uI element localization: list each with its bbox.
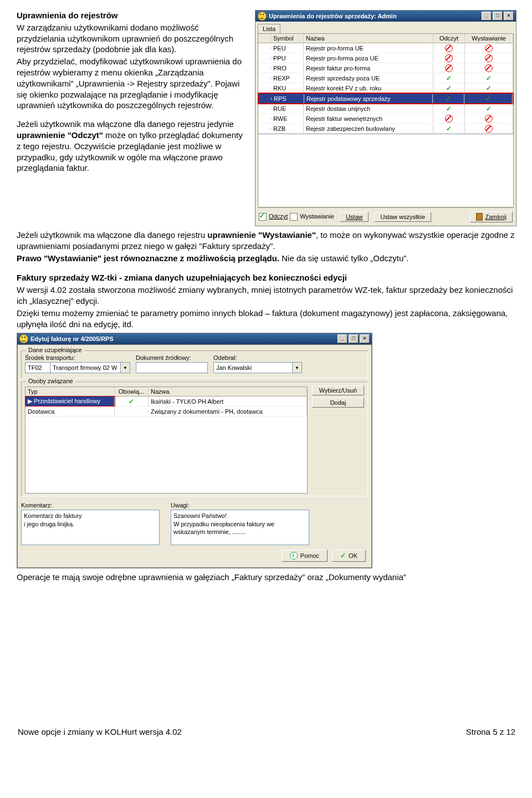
ustaw-wszystkie-button[interactable]: Ustaw wszystkie bbox=[374, 212, 431, 222]
maximize-button[interactable]: □ bbox=[493, 12, 503, 21]
minimize-button[interactable]: _ bbox=[337, 334, 347, 343]
table-row[interactable]: REXPRejestr sprzedaży poza UE✓✓ bbox=[258, 73, 513, 83]
dodaj-button[interactable]: Dodaj bbox=[312, 398, 364, 408]
maximize-button[interactable]: □ bbox=[349, 334, 359, 343]
table-row[interactable]: ▶RPSRejestr podstawowy sprzedaży✓✓ bbox=[258, 93, 513, 104]
page-footer: Nowe opcje i zmiany w KOLHurt wersja 4.0… bbox=[17, 727, 516, 736]
para: Jeżeli użytkownik ma włączone dla danego… bbox=[17, 230, 516, 252]
permissions-window: Uprawnienia do rejestrów sprzedaży: Admi… bbox=[255, 10, 516, 226]
minimize-button[interactable]: _ bbox=[482, 12, 492, 21]
para: Prawo "Wystawianie" jest równoznaczne z … bbox=[17, 253, 516, 264]
wystawianie-checkbox[interactable]: Wystawianie bbox=[290, 213, 334, 221]
wybierz-usun-button[interactable]: Wybierz/Usuń bbox=[312, 385, 364, 395]
close-button[interactable]: × bbox=[360, 334, 370, 343]
srodek-transportu-combo[interactable]: TF02 Transport firmowy 02 W ▼ bbox=[25, 362, 130, 373]
ok-button[interactable]: ✓OK bbox=[332, 550, 366, 562]
para: Dzięki temu możemy zmieniać te parametry… bbox=[17, 308, 516, 330]
dokument-zrodlowy-input[interactable] bbox=[136, 362, 208, 373]
table-row[interactable]: RWERejestr faktur wewnętrznych bbox=[258, 114, 513, 124]
table-row[interactable]: RUERejestr dostaw unijnych✓✓ bbox=[258, 104, 513, 114]
komentarz-textarea[interactable]: Komentarz do fakturyi jego druga linijka… bbox=[21, 510, 160, 545]
info-icon bbox=[290, 552, 298, 560]
edit-invoice-window: Edytuj fakturę nr 4/2005/RPS _ □ × Dane … bbox=[17, 333, 372, 568]
pomoc-button[interactable]: Pomoc bbox=[282, 550, 328, 562]
zamknij-button[interactable]: Zamknij bbox=[470, 211, 513, 222]
uwagi-textarea[interactable]: Szanowni Państwo!W przypadku nieopłaceni… bbox=[171, 510, 309, 545]
registry-grid: Symbol Nazwa Odczyt Wystawianie PEURejes… bbox=[258, 33, 514, 134]
group-osoby: Osoby związane Typ Obowią... Nazwa ▶ Prz… bbox=[21, 382, 368, 496]
heading-wz: Faktury sprzedaży WZ-tki - zmiana danych… bbox=[17, 272, 516, 283]
table-row[interactable]: PRORejestr faktur pro-forma bbox=[258, 63, 513, 73]
grid-header: Symbol Nazwa Odczyt Wystawianie bbox=[258, 34, 513, 43]
close-button[interactable]: × bbox=[504, 12, 514, 21]
osoby-grid[interactable]: Typ Obowią... Nazwa ▶ Przedstawiciel han… bbox=[25, 387, 308, 494]
table-row[interactable]: ▶ Przedstawiciel handlowy✓Iksiński - TYL… bbox=[25, 397, 307, 406]
app-icon bbox=[258, 12, 267, 21]
para: Operacje te mają swoje odrębne uprawnien… bbox=[17, 572, 516, 583]
app-icon bbox=[19, 334, 28, 343]
table-row[interactable]: DostawcaZwiązany z dokumentami - PH, dos… bbox=[25, 406, 307, 416]
para: W wersji 4.02 została stworzona możliwoś… bbox=[17, 284, 516, 307]
titlebar: Edytuj fakturę nr 4/2005/RPS _ □ × bbox=[17, 333, 372, 344]
table-row[interactable]: PEURejestr pro-forma UE bbox=[258, 43, 513, 53]
titlebar: Uprawnienia do rejestrów sprzedaży: Admi… bbox=[255, 11, 516, 22]
odebral-combo[interactable]: Jan Kowalski ▼ bbox=[213, 362, 302, 373]
door-icon bbox=[476, 213, 483, 221]
tab-lista[interactable]: Lista bbox=[258, 24, 280, 33]
group-dane: Dane uzupełniające Środek transportu: TF… bbox=[21, 350, 368, 378]
dropdown-icon: ▼ bbox=[293, 362, 302, 373]
ustaw-button[interactable]: Ustaw bbox=[340, 212, 369, 222]
table-row[interactable]: PPURejestr pro-forma poza UE bbox=[258, 53, 513, 63]
bottom-bar: ✓Odczyt Wystawianie Ustaw Ustaw wszystki… bbox=[255, 208, 516, 226]
table-row[interactable]: RKURejestr korekt FV z ub. roku✓✓ bbox=[258, 83, 513, 93]
window-title: Uprawnienia do rejestrów sprzedaży: Admi… bbox=[269, 13, 397, 19]
odczyt-checkbox[interactable]: ✓Odczyt bbox=[259, 213, 288, 221]
dropdown-icon: ▼ bbox=[121, 362, 130, 373]
window-title: Edytuj fakturę nr 4/2005/RPS bbox=[30, 336, 114, 342]
table-row[interactable]: RZBRejestr zabezpieczeń budowlany✓ bbox=[258, 124, 513, 134]
